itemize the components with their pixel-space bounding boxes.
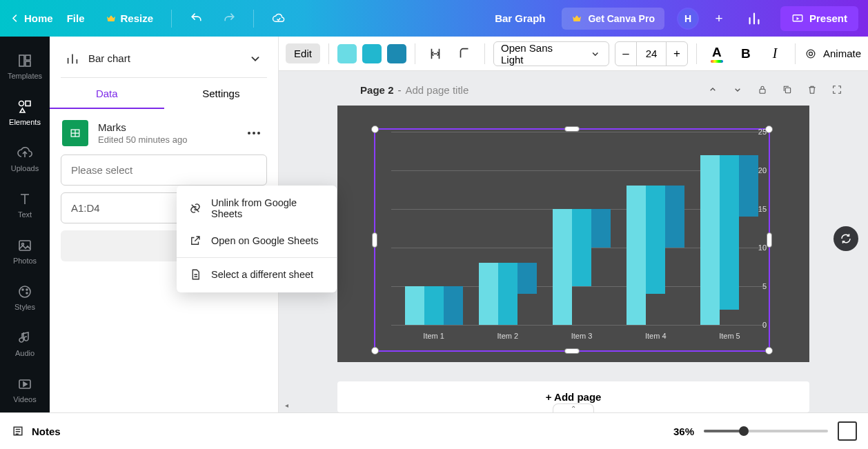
chart-type-label: Bar chart [88,52,239,64]
svg-rect-17 [785,88,790,92]
cloud-sync-icon[interactable] [265,6,291,32]
sheet-more-button[interactable] [242,121,266,145]
color-swatch-1[interactable] [337,44,357,63]
separator [171,10,172,28]
duplicate-button[interactable] [776,78,799,101]
sheet-name: Marks [98,121,233,133]
svg-rect-2 [26,55,30,60]
edit-button[interactable]: Edit [286,43,320,63]
font-size-stepper: – 24 + [615,41,688,66]
connected-sheet: Marks Edited 50 minutes ago [50,109,278,152]
rail-text[interactable]: Text [0,182,50,228]
svg-point-4 [19,101,24,106]
sheet-tab-select[interactable] [61,154,267,186]
insights-button[interactable] [742,6,767,31]
unlink-icon [189,202,201,214]
bold-button[interactable]: B [734,42,758,66]
zoom-percent[interactable]: 36% [673,426,694,437]
chevron-down-icon [589,48,601,60]
present-icon [791,12,804,25]
sheet-context-menu: Unlink from Google Sheets Open on Google… [177,186,337,292]
tab-data[interactable]: Data [50,78,164,109]
svg-point-9 [22,289,23,290]
text-color-button[interactable]: A [705,42,729,66]
rail-audio[interactable]: Audio [0,320,50,366]
add-page-title[interactable]: Add page title [405,84,468,96]
lock-button[interactable] [751,78,774,101]
canvas-viewport[interactable]: 0510152025Item 1Item 2Item 3Item 4Item 5… [279,106,868,412]
scroll-left-arrow[interactable]: ◂ [282,400,291,410]
notes-icon [11,424,25,438]
panel-tabs: Data Settings [50,78,278,109]
chevron-down-icon [248,51,263,66]
rail-elements[interactable]: Elements [0,90,50,136]
separator [253,10,254,28]
page-up-button[interactable] [701,78,724,101]
context-toolbar: Edit Open Sans Light – 24 + A B I [279,37,868,71]
slide[interactable]: 0510152025Item 1Item 2Item 3Item 4Item 5 [337,106,809,362]
side-panel: Bar chart Data Settings Marks Edited 50 … [50,37,279,412]
rounded-icon[interactable] [453,42,476,66]
color-swatch-3[interactable] [387,44,406,63]
zoom-slider[interactable] [704,430,828,432]
collapse-pages-tab[interactable]: ⌃ [553,403,594,412]
svg-point-14 [807,50,815,58]
bar-chart[interactable]: 0510152025Item 1Item 2Item 3Item 4Item 5 [377,132,767,348]
svg-rect-3 [26,61,30,66]
font-size-value[interactable]: 24 [636,42,667,66]
menu-separator [177,257,337,258]
svg-point-15 [809,52,812,55]
font-family-select[interactable]: Open Sans Light [493,41,609,66]
rail-styles[interactable]: Styles [0,274,50,320]
rail-templates[interactable]: Templates [0,43,50,90]
rail-photos[interactable]: Photos [0,228,50,275]
font-size-inc[interactable]: + [667,47,687,61]
chevron-left-icon [10,13,20,23]
page-header: Page 2 - Add page title [279,71,868,106]
svg-rect-1 [19,55,24,66]
animate-icon [804,47,818,61]
svg-rect-16 [760,89,765,93]
menu-open-sheets[interactable]: Open on Google Sheets [177,227,337,255]
share-add-button[interactable]: + [709,8,729,29]
google-sheets-icon [62,120,88,146]
file-menu[interactable]: File [60,12,92,24]
svg-point-8 [19,286,30,297]
page-down-button[interactable] [726,78,749,101]
grid-view-button[interactable] [838,421,857,441]
bar-chart-icon [65,51,80,66]
undo-button[interactable] [183,6,209,32]
redo-button[interactable] [216,6,242,32]
color-swatch-2[interactable] [362,44,382,63]
bottom-bar: Notes 36% [0,412,868,449]
menu-unlink[interactable]: Unlink from Google Sheets [177,190,337,227]
rail-uploads[interactable]: Uploads [0,136,50,182]
spacing-icon[interactable] [424,42,447,66]
present-button[interactable]: Present [780,6,858,31]
help-refresh-button[interactable] [834,226,858,251]
external-link-icon [189,235,201,247]
sheet-edited-time: Edited 50 minutes ago [98,134,233,145]
expand-button[interactable] [825,78,849,101]
crown-icon [571,13,582,24]
tab-settings[interactable]: Settings [164,78,279,109]
svg-point-10 [26,289,28,290]
topbar: Home File Resize Bar Graph Get Canva Pro… [0,0,868,37]
resize-button[interactable]: Resize [99,12,161,24]
delete-button[interactable] [800,78,824,101]
file-icon [189,268,201,281]
svg-rect-5 [26,101,30,106]
get-pro-button[interactable]: Get Canva Pro [562,8,664,30]
font-size-dec[interactable]: – [615,47,636,61]
crown-icon [106,13,117,24]
rail-videos[interactable]: Videos [0,366,50,412]
animate-button[interactable]: Animate [804,47,861,61]
menu-different-sheet[interactable]: Select a different sheet [177,261,337,288]
zoom-controls: 36% [673,421,857,441]
notes-button[interactable]: Notes [11,424,61,438]
document-title[interactable]: Bar Graph [485,12,555,24]
avatar[interactable]: H [677,8,699,30]
chart-type-selector[interactable]: Bar chart [61,46,267,78]
home-button[interactable]: Home [10,12,53,24]
italic-button[interactable]: I [763,42,787,66]
